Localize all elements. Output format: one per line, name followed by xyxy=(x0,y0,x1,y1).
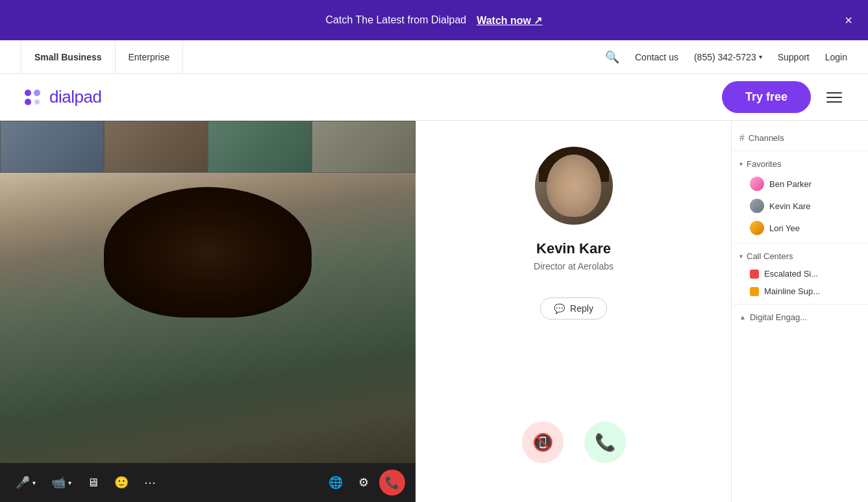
divider-3 xyxy=(732,304,868,305)
ben-parker-name: Ben Parker xyxy=(769,179,812,189)
logo-text: dialpad xyxy=(49,87,101,107)
hamburger-line-3 xyxy=(826,101,842,103)
call-centers-header[interactable]: ▾ Call Centers xyxy=(732,247,868,265)
more-options-button[interactable]: ⋯ xyxy=(139,471,161,494)
mic-icon: 🎤 xyxy=(16,475,30,490)
svg-point-3 xyxy=(34,99,40,105)
support-link[interactable]: Support xyxy=(778,52,810,62)
video-person xyxy=(0,173,415,463)
sidebar-item-ben-parker[interactable]: Ben Parker xyxy=(732,173,868,195)
video-thumb-3[interactable] xyxy=(208,121,312,173)
digital-engage-chevron-icon: ▲ xyxy=(739,314,746,321)
svg-point-0 xyxy=(25,90,31,96)
globe-icon: 🌐 xyxy=(329,475,343,490)
right-sidebar: # Channels ▾ Favorites Ben Parker Kevin … xyxy=(732,121,868,502)
mic-chevron-icon: ▾ xyxy=(32,479,36,486)
video-thumbnail-strip xyxy=(0,121,415,173)
person-figure xyxy=(0,173,415,463)
emoji-icon: 🙂 xyxy=(114,475,129,490)
nav-top-right: 🔍 Contact us (855) 342-5723 ▾ Support Lo… xyxy=(605,50,847,64)
favorites-header[interactable]: ▾ Favorites xyxy=(732,155,868,173)
top-banner: Catch The Latest from Dialpad Watch now … xyxy=(0,0,868,40)
decline-icon: 📵 xyxy=(532,433,553,453)
caller-face xyxy=(547,155,601,217)
mainline-label: Mainline Sup... xyxy=(764,286,820,296)
accept-icon: 📞 xyxy=(595,433,615,453)
reply-icon: 💬 xyxy=(554,303,565,314)
favorites-chevron-icon: ▾ xyxy=(739,160,743,168)
call-actions: 📵 📞 xyxy=(522,421,626,463)
settings-button[interactable]: ⚙ xyxy=(353,471,374,494)
main-content: 🎤 ▾ 📹 ▾ 🖥 🙂 ⋯ 🌐 ⚙ xyxy=(0,121,868,502)
camera-button[interactable]: 📹 ▾ xyxy=(46,471,77,494)
video-thumb-4[interactable] xyxy=(312,121,415,173)
login-link[interactable]: Login xyxy=(825,52,847,62)
channels-header[interactable]: # Channels xyxy=(732,129,868,147)
mainline-dot xyxy=(750,287,759,296)
divider-2 xyxy=(732,243,868,244)
search-icon[interactable]: 🔍 xyxy=(605,50,619,64)
hamburger-line-2 xyxy=(826,97,842,98)
channels-label: Channels xyxy=(749,133,784,143)
close-banner-button[interactable]: × xyxy=(845,13,852,28)
screen-share-button[interactable]: 🖥 xyxy=(82,472,104,494)
favorites-label: Favorites xyxy=(747,159,781,169)
sidebar-item-kevin-kare[interactable]: Kevin Kare xyxy=(732,195,868,217)
caller-title: Director at Aerolabs xyxy=(534,261,614,271)
mic-button[interactable]: 🎤 ▾ xyxy=(10,471,41,494)
end-call-button[interactable]: 📞 xyxy=(379,470,405,496)
banner-text: Catch The Latest from Dialpad xyxy=(326,14,467,26)
contact-us-link[interactable]: Contact us xyxy=(635,52,678,62)
emoji-button[interactable]: 🙂 xyxy=(109,471,134,494)
nav-main-right: Try free xyxy=(722,81,847,113)
call-centers-label: Call Centers xyxy=(747,251,793,261)
sidebar-item-lori-yee[interactable]: Lori Yee xyxy=(732,217,868,239)
watch-now-link[interactable]: Watch now ↗ xyxy=(477,14,542,27)
phone-number[interactable]: (855) 342-5723 ▾ xyxy=(694,52,762,62)
call-centers-chevron-icon: ▾ xyxy=(739,253,743,260)
globe-button[interactable]: 🌐 xyxy=(323,471,348,494)
nav-top: Small Business Enterprise 🔍 Contact us (… xyxy=(0,40,868,74)
dialpad-logo-icon xyxy=(21,86,44,109)
lori-yee-name: Lori Yee xyxy=(769,223,800,233)
ben-parker-avatar xyxy=(750,177,764,191)
nav-main: dialpad Try free xyxy=(0,74,868,121)
hamburger-menu-button[interactable] xyxy=(821,87,847,108)
decline-call-button[interactable]: 📵 xyxy=(522,421,564,463)
svg-point-2 xyxy=(25,99,31,105)
main-video xyxy=(0,173,415,463)
accept-call-button[interactable]: 📞 xyxy=(584,421,626,463)
nav-enterprise[interactable]: Enterprise xyxy=(116,40,184,73)
digital-engage-header[interactable]: ▲ Digital Engag... xyxy=(732,308,868,326)
sidebar-item-escalated[interactable]: Escalated Si... xyxy=(732,265,868,282)
lori-yee-avatar xyxy=(750,221,764,235)
caller-avatar xyxy=(535,147,613,225)
caller-name: Kevin Kare xyxy=(536,240,611,257)
settings-icon: ⚙ xyxy=(358,475,369,490)
kevin-kare-name: Kevin Kare xyxy=(769,201,811,211)
more-icon: ⋯ xyxy=(144,475,156,490)
hamburger-line-1 xyxy=(826,92,842,94)
video-controls-bar: 🎤 ▾ 📹 ▾ 🖥 🙂 ⋯ 🌐 ⚙ xyxy=(0,463,415,502)
end-call-icon: 📞 xyxy=(385,475,399,490)
call-panel: Kevin Kare Director at Aerolabs 💬 Reply … xyxy=(415,121,732,502)
vc-right-controls: 🌐 ⚙ 📞 xyxy=(323,470,405,496)
digital-engage-label: Digital Engag... xyxy=(750,312,807,322)
camera-icon: 📹 xyxy=(51,475,66,490)
kevin-kare-avatar xyxy=(750,199,764,213)
camera-chevron-icon: ▾ xyxy=(68,479,71,486)
screen-share-icon: 🖥 xyxy=(87,476,99,490)
phone-chevron-icon: ▾ xyxy=(759,53,762,60)
svg-point-1 xyxy=(34,90,40,96)
reply-button[interactable]: 💬 Reply xyxy=(540,297,607,320)
logo[interactable]: dialpad xyxy=(21,86,101,109)
sidebar-item-mainline[interactable]: Mainline Sup... xyxy=(732,282,868,300)
try-free-button[interactable]: Try free xyxy=(722,81,811,113)
video-thumb-1[interactable] xyxy=(0,121,104,173)
escalated-label: Escalated Si... xyxy=(764,269,818,279)
video-thumb-2[interactable] xyxy=(104,121,208,173)
video-panel: 🎤 ▾ 📹 ▾ 🖥 🙂 ⋯ 🌐 ⚙ xyxy=(0,121,415,502)
nav-small-business[interactable]: Small Business xyxy=(21,40,116,73)
escalated-dot xyxy=(750,270,759,279)
divider-1 xyxy=(732,151,868,151)
